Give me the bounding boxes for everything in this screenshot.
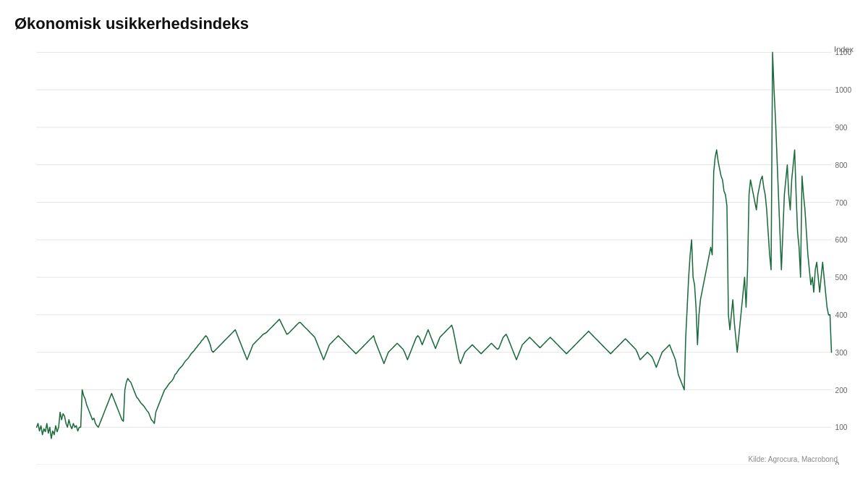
svg-text:300: 300 bbox=[835, 349, 848, 357]
chart-svg: 1100 1000 900 800 700 600 500 400 300 20… bbox=[14, 45, 854, 465]
svg-text:1000: 1000 bbox=[835, 86, 852, 94]
chart-title: Økonomisk usikkerhedsindeks bbox=[14, 14, 854, 33]
chart-area: Index 1100 1000 900 800 700 bbox=[14, 45, 854, 465]
svg-text:800: 800 bbox=[835, 161, 848, 169]
svg-text:600: 600 bbox=[835, 236, 848, 244]
source-label: Kilde: Agrocura, Macrobond bbox=[749, 455, 838, 463]
svg-text:500: 500 bbox=[835, 274, 848, 282]
svg-text:100: 100 bbox=[835, 423, 848, 431]
svg-text:700: 700 bbox=[835, 199, 848, 207]
chart-container: Økonomisk usikkerhedsindeks Index 1100 1… bbox=[0, 0, 868, 498]
svg-text:900: 900 bbox=[835, 124, 848, 132]
svg-text:200: 200 bbox=[835, 386, 848, 394]
svg-text:400: 400 bbox=[835, 311, 848, 319]
index-label: Index bbox=[834, 45, 854, 54]
